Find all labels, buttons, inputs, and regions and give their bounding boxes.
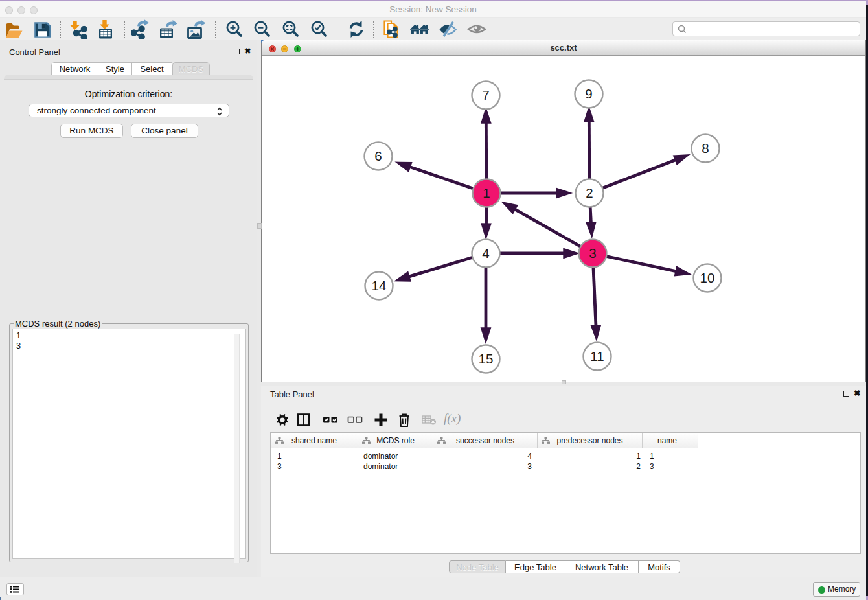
svg-text:15: 15 — [479, 351, 494, 366]
svg-text:14: 14 — [372, 278, 387, 293]
svg-text:6: 6 — [374, 148, 382, 163]
svg-text:11: 11 — [590, 349, 604, 363]
svg-text:7: 7 — [482, 87, 489, 102]
svg-text:8: 8 — [702, 141, 709, 156]
svg-text:9: 9 — [585, 86, 592, 101]
svg-text:10: 10 — [700, 270, 715, 285]
svg-text:3: 3 — [589, 246, 596, 260]
svg-text:4: 4 — [482, 246, 489, 260]
svg-text:2: 2 — [586, 185, 593, 200]
svg-text:1: 1 — [483, 185, 490, 200]
